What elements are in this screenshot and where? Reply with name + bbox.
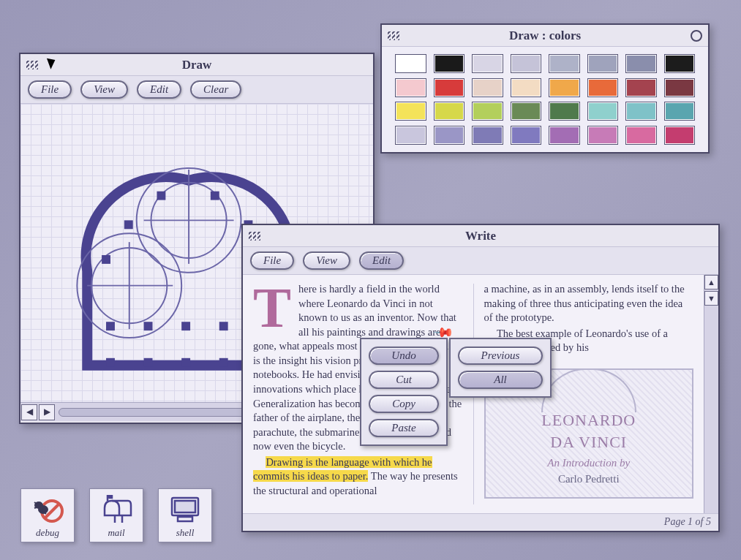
color-swatch[interactable]	[664, 78, 696, 97]
undo-menu-item[interactable]: Undo	[369, 347, 439, 365]
titlebar-draw[interactable]: Draw	[20, 54, 373, 76]
resize-handle[interactable]	[702, 146, 710, 154]
debug-app-icon[interactable]: debug	[20, 488, 75, 542]
color-swatch[interactable]	[395, 126, 426, 145]
grip-icon	[26, 61, 38, 69]
color-swatch[interactable]	[472, 54, 503, 73]
svg-rect-18	[157, 192, 165, 200]
svg-rect-16	[219, 358, 228, 367]
toolbar-draw: File View Edit Clear	[20, 76, 373, 104]
clear-button[interactable]: Clear	[190, 80, 241, 99]
svg-rect-9	[144, 322, 153, 330]
color-swatch[interactable]	[511, 54, 542, 73]
cut-menu-item[interactable]: Cut	[369, 371, 439, 389]
color-swatch[interactable]	[472, 102, 503, 121]
svg-rect-10	[181, 322, 190, 330]
paste-menu-item[interactable]: Paste	[369, 419, 439, 437]
mail-app-icon[interactable]: mail	[89, 488, 143, 542]
all-menu-item[interactable]: All	[458, 371, 543, 389]
color-swatch[interactable]	[549, 54, 580, 73]
paragraph[interactable]: Drawing is the language with which he co…	[253, 455, 463, 499]
terminal-icon	[162, 493, 208, 526]
icon-label: mail	[93, 527, 140, 539]
dropcap: T	[253, 282, 298, 330]
window-corner	[380, 146, 388, 154]
book-subtitle: An Introduction by	[493, 455, 685, 470]
shell-app-icon[interactable]: shell	[158, 488, 212, 542]
color-swatch[interactable]	[472, 78, 503, 97]
color-swatch[interactable]	[511, 102, 542, 121]
vertical-scrollbar[interactable]: ▲ ▼	[704, 275, 718, 513]
svg-rect-22	[124, 220, 133, 229]
color-swatch[interactable]	[664, 54, 696, 73]
svg-rect-15	[181, 358, 190, 367]
titlebar-colors[interactable]: Draw : colors	[382, 25, 708, 47]
edit-button[interactable]: Edit	[137, 80, 181, 99]
window-title: Write	[465, 229, 496, 243]
color-swatch[interactable]	[625, 102, 657, 121]
color-swatch[interactable]	[664, 126, 696, 145]
scroll-down-icon[interactable]: ▼	[704, 291, 718, 306]
color-swatch[interactable]	[549, 102, 580, 121]
color-swatch[interactable]	[587, 54, 619, 73]
file-button[interactable]: File	[250, 251, 294, 270]
status-bar: Page 1 of 5	[243, 513, 718, 529]
body-text[interactable]: a machine, as in an assembly, lends itse…	[484, 282, 694, 325]
page-indicator: Page 1 of 5	[664, 516, 711, 528]
view-button[interactable]: View	[80, 80, 128, 99]
previous-menu-item[interactable]: Previous	[458, 347, 543, 365]
titlebar-write[interactable]: Write	[243, 225, 718, 247]
icon-label: debug	[24, 527, 71, 539]
svg-rect-20	[102, 255, 110, 264]
icon-label: shell	[162, 527, 208, 539]
file-button[interactable]: File	[28, 80, 72, 99]
color-swatch[interactable]	[395, 54, 426, 73]
bug-no-icon	[24, 493, 71, 526]
color-swatch[interactable]	[434, 54, 465, 73]
book-author: Carlo Pedretti	[493, 472, 685, 486]
undo-submenu: Previous All	[449, 338, 552, 398]
window-title: Draw : colors	[509, 29, 581, 43]
svg-rect-8	[106, 322, 115, 330]
color-swatch[interactable]	[625, 54, 657, 73]
mailbox-icon	[93, 493, 140, 526]
document-body: T here is hardly a field in the world wh…	[243, 275, 718, 513]
color-swatch[interactable]	[549, 78, 580, 97]
color-swatch[interactable]	[472, 126, 503, 145]
color-swatch[interactable]	[625, 78, 657, 97]
window-title: Draw	[182, 58, 212, 72]
window-write[interactable]: Write File View Edit T here is hardly a …	[241, 224, 720, 532]
copy-menu-item[interactable]: Copy	[369, 395, 439, 413]
scroll-up-icon[interactable]: ▲	[704, 275, 718, 290]
color-swatch[interactable]	[511, 78, 542, 97]
arch-decoration	[541, 368, 636, 412]
color-swatch[interactable]	[395, 102, 426, 121]
color-palette	[382, 47, 708, 152]
edit-button[interactable]: Edit	[359, 251, 404, 270]
window-corner	[19, 417, 26, 424]
svg-rect-35	[175, 501, 195, 512]
color-swatch[interactable]	[664, 102, 696, 121]
book-title: DA VINCI	[493, 431, 685, 453]
book-title: LEONARDO	[493, 409, 685, 431]
edit-menu: Undo Cut Copy Paste	[360, 338, 448, 446]
color-swatch[interactable]	[549, 126, 580, 145]
color-swatch[interactable]	[434, 78, 465, 97]
grip-icon	[249, 232, 260, 241]
color-swatch[interactable]	[587, 78, 619, 97]
color-swatch[interactable]	[511, 126, 542, 145]
scroll-right-icon[interactable]: ▶	[39, 404, 55, 420]
svg-rect-14	[144, 358, 153, 367]
resize-handle[interactable]	[712, 525, 720, 532]
window-colors[interactable]: Draw : colors	[380, 23, 710, 154]
window-control-icon[interactable]	[691, 30, 702, 42]
color-swatch[interactable]	[434, 102, 465, 121]
svg-rect-36	[178, 517, 192, 521]
color-swatch[interactable]	[587, 126, 619, 145]
color-swatch[interactable]	[434, 126, 465, 145]
color-swatch[interactable]	[587, 102, 619, 121]
view-button[interactable]: View	[303, 251, 350, 270]
color-swatch[interactable]	[625, 126, 657, 145]
color-swatch[interactable]	[395, 78, 426, 97]
desktop-icons: debug mail	[20, 488, 212, 542]
